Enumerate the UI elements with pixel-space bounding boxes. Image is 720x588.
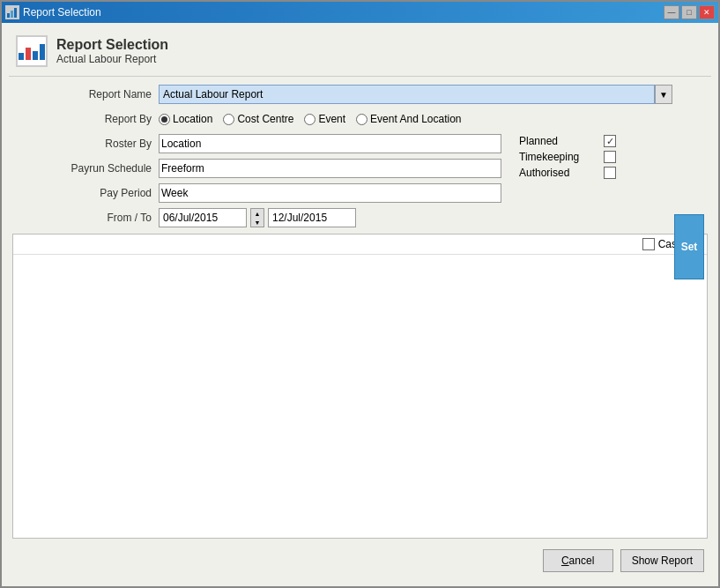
- payrun-schedule-select[interactable]: Freeform: [159, 159, 501, 178]
- title-bar-buttons: — □ ✕: [664, 5, 715, 19]
- spin-down[interactable]: ▼: [251, 218, 264, 227]
- left-form: Roster By Location Payrun Schedule Fre: [9, 133, 501, 228]
- header-subtitle: Actual Labour Report: [56, 53, 168, 65]
- roster-by-select[interactable]: Location: [159, 134, 501, 153]
- cascade-row: Cascade: [13, 234, 707, 255]
- timekeeping-label: Timekeeping: [519, 151, 598, 163]
- window-title: Report Selection: [23, 6, 101, 19]
- pay-period-label: Pay Period: [9, 187, 159, 199]
- minimize-button[interactable]: —: [664, 5, 679, 19]
- radio-event-circle[interactable]: [304, 114, 315, 125]
- content-box: Cascade: [12, 234, 708, 539]
- cascade-checkbox[interactable]: [642, 238, 655, 250]
- report-name-wrapper: ▼: [159, 85, 672, 104]
- authorised-row: Authorised: [519, 167, 678, 179]
- svg-rect-2: [14, 8, 17, 18]
- radio-event-and-location-circle[interactable]: [356, 114, 367, 125]
- bar-chart-icon: [19, 42, 45, 60]
- close-button[interactable]: ✕: [699, 5, 715, 19]
- payrun-schedule-wrapper: Freeform: [159, 159, 501, 178]
- header-title: Report Selection: [56, 37, 168, 53]
- report-icon: [16, 35, 48, 67]
- title-bar-left: Report Selection: [5, 5, 101, 19]
- header-text: Report Selection Actual Labour Report: [56, 37, 168, 65]
- report-by-radio-group: Location Cost Centre Event Event And Loc…: [159, 113, 462, 125]
- radio-cost-centre[interactable]: Cost Centre: [223, 113, 293, 125]
- radio-event-and-location[interactable]: Event And Location: [356, 113, 461, 125]
- pay-period-wrapper: Week: [159, 183, 501, 203]
- planned-row: Planned: [519, 135, 678, 147]
- window-icon: [5, 5, 19, 19]
- payrun-schedule-label: Payrun Schedule: [9, 162, 159, 175]
- from-to-label: From / To: [9, 212, 159, 224]
- pay-period-row: Pay Period Week: [9, 182, 501, 204]
- set-button[interactable]: Set: [674, 214, 704, 279]
- radio-location[interactable]: Location: [159, 113, 212, 125]
- roster-by-select-wrapper: Location: [159, 134, 501, 153]
- header-section: Report Selection Actual Labour Report: [9, 30, 711, 77]
- report-name-row: Report Name ▼: [9, 84, 711, 105]
- radio-location-label: Location: [173, 113, 212, 125]
- svg-rect-0: [7, 13, 10, 18]
- date-wrapper: ▲ ▼: [159, 208, 356, 227]
- bar2: [26, 48, 31, 60]
- content-area: [13, 255, 707, 475]
- radio-location-circle[interactable]: [159, 114, 170, 125]
- report-by-label: Report By: [9, 113, 159, 125]
- bar1: [19, 53, 24, 60]
- pay-period-select[interactable]: Week: [159, 183, 501, 203]
- bottom-buttons: Cancel Show Report: [9, 542, 711, 579]
- bar3: [33, 51, 38, 60]
- bar4: [40, 44, 45, 60]
- roster-by-row: Roster By Location: [9, 133, 501, 154]
- form-container: Report Name ▼ Report By Location: [9, 84, 711, 228]
- radio-cost-centre-label: Cost Centre: [237, 113, 293, 125]
- maximize-button[interactable]: □: [681, 5, 697, 19]
- report-by-row: Report By Location Cost Centre Event: [9, 108, 711, 130]
- radio-event-label: Event: [318, 113, 345, 125]
- report-name-dropdown[interactable]: ▼: [655, 85, 672, 104]
- date-spin[interactable]: ▲ ▼: [250, 208, 264, 227]
- timekeeping-checkbox[interactable]: [604, 151, 616, 163]
- radio-event-and-location-label: Event And Location: [370, 113, 461, 125]
- radio-event[interactable]: Event: [304, 113, 345, 125]
- timekeeping-row: Timekeeping: [519, 151, 678, 163]
- window-content: Report Selection Actual Labour Report Re…: [2, 23, 718, 586]
- from-to-row: From / To ▲ ▼: [9, 207, 501, 228]
- planned-label: Planned: [519, 135, 598, 147]
- planned-checkbox[interactable]: [604, 135, 616, 147]
- roster-by-label: Roster By: [9, 138, 159, 150]
- authorised-checkbox[interactable]: [604, 167, 616, 179]
- cancel-button[interactable]: Cancel: [543, 549, 613, 572]
- rows-area: Roster By Location Payrun Schedule Fre: [9, 133, 711, 228]
- from-date-input[interactable]: [159, 208, 247, 227]
- radio-cost-centre-circle[interactable]: [223, 114, 234, 125]
- to-date-input[interactable]: [268, 208, 356, 227]
- spin-up[interactable]: ▲: [251, 209, 264, 218]
- show-report-button[interactable]: Show Report: [620, 549, 704, 572]
- authorised-label: Authorised: [519, 167, 598, 179]
- svg-rect-1: [11, 11, 13, 18]
- report-name-input[interactable]: [159, 85, 655, 104]
- main-window: Report Selection — □ ✕ Report Selection …: [0, 0, 720, 588]
- payrun-schedule-row: Payrun Schedule Freeform: [9, 158, 501, 179]
- right-panel: Planned Timekeeping Authorised: [501, 133, 678, 179]
- report-name-label: Report Name: [9, 88, 159, 100]
- title-bar: Report Selection — □ ✕: [2, 2, 718, 23]
